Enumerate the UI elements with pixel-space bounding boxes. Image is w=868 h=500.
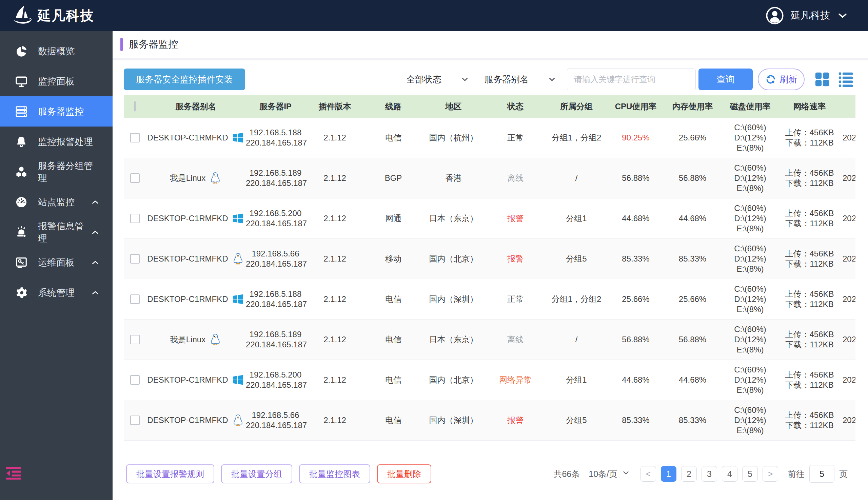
- field-filter-select[interactable]: 服务器别名: [485, 73, 557, 86]
- page-button-1[interactable]: 1: [661, 466, 676, 482]
- line-type: 电信: [364, 375, 422, 385]
- page-size-select[interactable]: 10条/页: [589, 468, 630, 480]
- status-badge: 离线: [485, 173, 546, 183]
- server-ip: 192.168.5.200220.184.165.187: [246, 370, 305, 390]
- row-checkbox[interactable]: [130, 173, 140, 183]
- timestamp-truncated: 202: [839, 375, 855, 385]
- select-all-checkbox[interactable]: [134, 101, 136, 112]
- server-name-label: DESKTOP-C1RMFKD: [147, 294, 228, 304]
- row-checkbox[interactable]: [130, 335, 140, 344]
- batch-button-批量监控图表[interactable]: 批量监控图表: [299, 464, 370, 484]
- windows-os-icon: [232, 212, 244, 225]
- batch-button-批量删除[interactable]: 批量删除: [377, 464, 431, 484]
- timestamp-truncated: 202: [839, 254, 855, 264]
- chevron-up-icon: [91, 228, 100, 237]
- pagination-total: 共66条: [553, 468, 580, 480]
- table-row: DESKTOP-C1RMFKD192.168.5.188220.184.165.…: [124, 279, 855, 319]
- main-content: 服务器监控 服务器安全监控插件安装 全部状态 服务器别名 查询: [113, 31, 868, 500]
- disk-line: C:\(60%): [720, 284, 780, 294]
- region: 国内（北京）: [422, 375, 485, 385]
- network-rate: 上传：456KB下载：112KB: [780, 168, 839, 188]
- page-size-value: 10条/页: [589, 468, 617, 480]
- toolbar: 服务器安全监控插件安装 全部状态 服务器别名 查询 刷新: [124, 69, 868, 90]
- row-checkbox[interactable]: [130, 375, 140, 385]
- disk-line: C:\(60%): [720, 163, 780, 173]
- table-footer: 批量设置报警规则批量设置分组批量监控图表批量删除 共66条10条/页<12345…: [126, 464, 848, 484]
- user-menu[interactable]: 延凡科技: [766, 7, 848, 25]
- sidebar-item-label: 服务器监控: [38, 105, 84, 118]
- windows-os-icon: [232, 131, 244, 144]
- sidebar-item-系统管理[interactable]: 系统管理: [0, 277, 113, 308]
- disk-line: E:\(8%): [720, 264, 780, 274]
- status-badge: 报警: [485, 415, 546, 425]
- page-button-3[interactable]: 3: [702, 466, 717, 482]
- page-button-4[interactable]: 4: [722, 466, 738, 482]
- list-view-icon[interactable]: [836, 70, 855, 89]
- page-button-5[interactable]: 5: [742, 466, 758, 482]
- timestamp-truncated: 202: [839, 415, 855, 425]
- sidebar-item-监控报警处理[interactable]: 监控报警处理: [0, 126, 113, 157]
- sidebar-item-label: 服务器分组管理: [38, 160, 100, 184]
- cpu-usage: 56.88%: [607, 173, 664, 183]
- batch-button-批量设置报警规则[interactable]: 批量设置报警规则: [126, 464, 214, 484]
- status-badge: 离线: [485, 334, 546, 345]
- memory-usage: 44.68%: [664, 375, 720, 385]
- install-plugin-button[interactable]: 服务器安全监控插件安装: [124, 69, 245, 90]
- server-name-label: 我是Linux: [170, 334, 206, 345]
- sidebar-item-报警信息管理[interactable]: 报警信息管理: [0, 217, 113, 247]
- disk-line: D:\(12%): [720, 173, 780, 183]
- query-button[interactable]: 查询: [698, 69, 753, 90]
- refresh-button[interactable]: 刷新: [758, 69, 805, 90]
- sidebar-item-服务器监控[interactable]: 服务器监控: [0, 96, 113, 126]
- disk-usage: C:\(60%)D:\(12%)E:\(8%): [720, 284, 780, 315]
- server-name: DESKTOP-C1RMFKD: [146, 252, 246, 265]
- disk-line: E:\(8%): [720, 385, 780, 395]
- batch-button-批量设置分组[interactable]: 批量设置分组: [221, 464, 292, 484]
- chevron-down-icon: [622, 468, 630, 479]
- cpu-usage: 90.25%: [607, 133, 664, 143]
- sidebar-item-服务器分组管理[interactable]: 服务器分组管理: [0, 157, 113, 187]
- collapse-sidebar-icon[interactable]: [5, 466, 22, 480]
- goto-page-input[interactable]: [809, 465, 834, 483]
- line-type: 网通: [364, 213, 422, 224]
- disk-line: E:\(8%): [720, 345, 780, 355]
- row-checkbox[interactable]: [130, 133, 140, 143]
- disk-line: C:\(60%): [720, 324, 780, 334]
- goto-label: 前往: [788, 468, 805, 480]
- status-filter-select[interactable]: 全部状态: [406, 73, 470, 86]
- plugin-version: 2.1.12: [305, 415, 364, 425]
- next-page-button[interactable]: >: [763, 466, 778, 482]
- row-checkbox[interactable]: [130, 294, 140, 304]
- sidebar-item-监控面板[interactable]: 监控面板: [0, 66, 113, 96]
- server-icon: [15, 105, 28, 118]
- sidebar-item-数据概览[interactable]: 数据概览: [0, 36, 113, 66]
- row-checkbox[interactable]: [130, 214, 140, 223]
- ip-line: 220.184.165.187: [246, 340, 305, 350]
- plugin-version: 2.1.12: [305, 254, 364, 264]
- prev-page-button[interactable]: <: [640, 466, 656, 482]
- row-checkbox[interactable]: [130, 254, 140, 264]
- ip-line: 192.168.5.66: [246, 410, 305, 420]
- page-button-2[interactable]: 2: [681, 466, 697, 482]
- cpu-usage: 44.68%: [607, 375, 664, 385]
- row-checkbox[interactable]: [130, 416, 140, 425]
- user-name: 延凡科技: [791, 9, 830, 22]
- timestamp-truncated: 202: [839, 133, 855, 143]
- table-row: DESKTOP-C1RMFKD192.168.5.200220.184.165.…: [124, 360, 855, 400]
- grid-view-icon[interactable]: [813, 70, 832, 89]
- line-type: 移动: [364, 254, 422, 264]
- sidebar-item-运维面板[interactable]: 运维面板: [0, 247, 113, 277]
- server-name-label: DESKTOP-C1RMFKD: [147, 213, 228, 224]
- column-header: 所属分组: [546, 101, 607, 112]
- avatar-icon: [766, 7, 784, 25]
- ip-line: 192.168.5.188: [246, 127, 305, 138]
- column-header: 服务器IP: [246, 101, 305, 112]
- network-rate: 上传：456KB下载：112KB: [780, 410, 839, 431]
- goto-suffix: 页: [839, 468, 848, 480]
- ip-line: 220.184.165.187: [246, 218, 305, 229]
- search-input[interactable]: [567, 69, 696, 90]
- upload-rate: 上传：456KB: [780, 289, 839, 299]
- network-rate: 上传：456KB下载：112KB: [780, 370, 839, 390]
- sidebar-item-站点监控[interactable]: 站点监控: [0, 187, 113, 217]
- download-rate: 下载：112KB: [780, 340, 839, 350]
